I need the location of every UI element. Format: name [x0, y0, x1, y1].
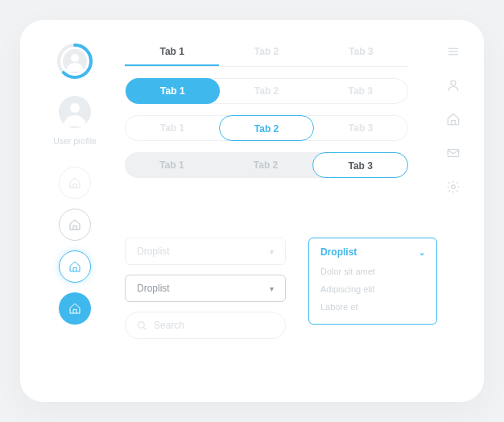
droplist-expanded[interactable]: Droplist ⌄ Dolor sit amet Adipiscing eli… [308, 238, 437, 325]
user-icon[interactable] [446, 78, 461, 93]
tab-3[interactable]: Tab 3 [314, 115, 407, 141]
svg-point-6 [138, 321, 145, 328]
droplist-label: Droplist [137, 283, 170, 294]
right-icon-rail [442, 44, 465, 194]
home-icon [68, 260, 81, 273]
search-placeholder: Search [154, 320, 184, 331]
home-button-outline[interactable] [59, 209, 91, 241]
droplist-light[interactable]: Droplist ▾ [125, 238, 286, 265]
svg-point-13 [452, 185, 456, 189]
tab-1[interactable]: Tab 1 [125, 152, 219, 178]
ui-kit-panel: User profile Tab 1 Tab 2 Tab 3 Tab 1 Tab [20, 20, 484, 402]
menu-icon[interactable] [446, 44, 461, 59]
tab-3[interactable]: Tab 3 [314, 43, 408, 66]
droplist-option[interactable]: Adipiscing elit [320, 280, 425, 298]
home-icon [68, 176, 81, 189]
profile-label: User profile [53, 136, 97, 146]
chevron-down-icon: ▾ [270, 247, 274, 256]
droplist-label: Droplist [320, 246, 357, 258]
tabs-pill-outline: Tab 1 Tab 2 Tab 3 [125, 115, 408, 141]
tab-2[interactable]: Tab 2 [219, 152, 313, 178]
search-icon [137, 321, 147, 331]
mail-icon[interactable] [446, 146, 461, 160]
tab-2[interactable]: Tab 2 [219, 115, 314, 141]
tabs-pill-gray: Tab 1 Tab 2 Tab 3 [125, 152, 408, 178]
avatar-icon [59, 96, 91, 128]
tab-3[interactable]: Tab 3 [312, 152, 408, 178]
tab-2[interactable]: Tab 2 [219, 43, 313, 66]
svg-line-7 [143, 327, 146, 329]
home-icon[interactable] [446, 112, 461, 126]
tab-3[interactable]: Tab 3 [313, 78, 407, 104]
home-button-light[interactable] [59, 167, 91, 199]
avatar-placeholder[interactable] [59, 96, 91, 128]
droplist-column: Droplist ▾ Droplist ▾ Search [125, 238, 286, 339]
chevron-down-icon: ⌄ [419, 248, 425, 257]
chevron-down-icon: ▾ [270, 284, 274, 293]
svg-rect-12 [448, 150, 459, 157]
droplist-header[interactable]: Droplist ⌄ [320, 246, 425, 263]
home-icon [68, 302, 81, 315]
settings-icon[interactable] [446, 180, 461, 194]
tabs-underline: Tab 1 Tab 2 Tab 3 [125, 43, 408, 67]
tabs-pill-filled: Tab 1 Tab 2 Tab 3 [125, 78, 408, 104]
droplist-label: Droplist [137, 246, 170, 257]
icon-button-variants [59, 167, 91, 325]
droplist-default[interactable]: Droplist ▾ [125, 275, 286, 302]
tab-2[interactable]: Tab 2 [220, 78, 314, 104]
tab-1[interactable]: Tab 1 [125, 43, 219, 66]
svg-point-11 [451, 81, 456, 85]
avatar-icon [63, 49, 87, 73]
droplist-option[interactable]: Labore et [320, 298, 425, 316]
search-input[interactable]: Search [125, 312, 286, 339]
home-icon [68, 218, 81, 231]
left-column: User profile [43, 43, 107, 325]
tab-1[interactable]: Tab 1 [126, 115, 219, 141]
home-button-active-outline[interactable] [59, 250, 91, 283]
tab-1[interactable]: Tab 1 [126, 78, 220, 104]
tabs-showcase: Tab 1 Tab 2 Tab 3 Tab 1 Tab 2 Tab 3 Tab … [125, 43, 408, 178]
svg-point-5 [70, 103, 80, 113]
home-button-filled[interactable] [59, 292, 91, 325]
droplist-option[interactable]: Dolor sit amet [320, 263, 425, 280]
avatar-with-progress[interactable] [56, 43, 93, 80]
svg-point-3 [71, 54, 79, 62]
